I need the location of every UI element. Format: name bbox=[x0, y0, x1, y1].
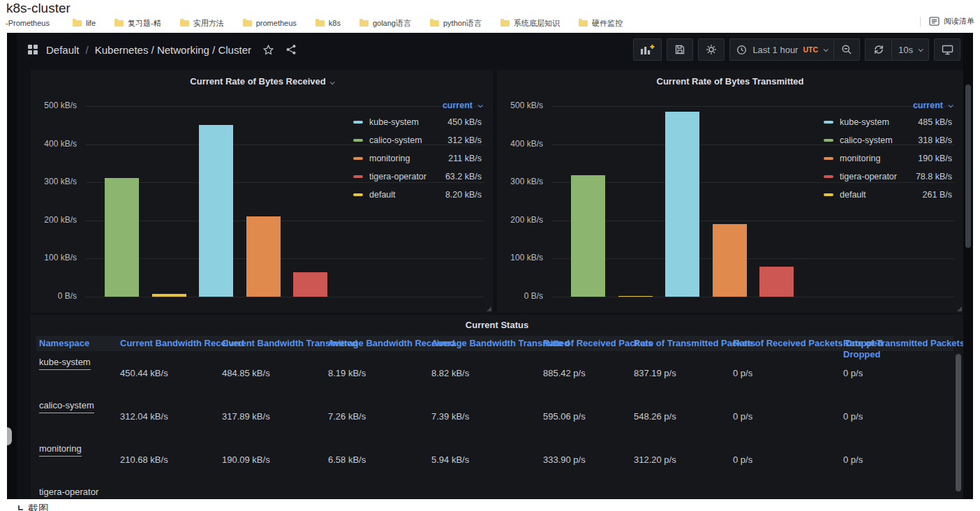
legend-sort-current[interactable]: current bbox=[824, 98, 952, 113]
y-axis-tick-label: 300 kB/s bbox=[497, 177, 543, 186]
namespace-link[interactable]: tigera-operator bbox=[39, 487, 98, 498]
bookmark-label: k8s bbox=[329, 19, 341, 27]
bookmark-label: life bbox=[86, 19, 96, 27]
folder-icon bbox=[579, 20, 588, 27]
panel-resize-handle[interactable] bbox=[957, 306, 962, 311]
apps-grid-icon[interactable] bbox=[28, 45, 38, 54]
table-cell: 312.20 p/s bbox=[631, 454, 730, 465]
bar-default[interactable] bbox=[152, 294, 186, 297]
zoom-out-time-button[interactable] bbox=[833, 38, 860, 61]
folder-icon bbox=[243, 20, 252, 27]
legend-series-name[interactable]: kube-system bbox=[840, 117, 889, 127]
bookmark-item[interactable]: -Prometheus bbox=[6, 19, 50, 27]
legend: currentkube-system450 kB/scalico-system3… bbox=[353, 98, 482, 204]
bookmark-item[interactable]: 系统底层知识 bbox=[500, 18, 560, 29]
legend-series-name[interactable]: calico-system bbox=[840, 135, 893, 145]
drawer-handle[interactable] bbox=[7, 427, 12, 445]
bar-tigera-operator[interactable] bbox=[293, 272, 327, 297]
table-title: Current Status bbox=[31, 320, 963, 330]
add-panel-button[interactable] bbox=[633, 38, 662, 61]
bar-calico-system[interactable] bbox=[105, 178, 139, 297]
table-scrollbar[interactable] bbox=[956, 354, 961, 491]
table-cell: 5.94 kB/s bbox=[429, 454, 540, 465]
bar-monitoring[interactable] bbox=[713, 224, 747, 297]
bookmark-item[interactable]: python语言 bbox=[430, 18, 482, 29]
bookmark-item[interactable]: prometheus bbox=[243, 19, 297, 27]
table-cell: 7.39 kB/s bbox=[429, 411, 540, 422]
y-axis-tick-label: 200 kB/s bbox=[31, 215, 77, 225]
time-range-picker[interactable]: Last 1 hour UTC bbox=[729, 38, 833, 61]
legend-item: monitoring211 kB/s bbox=[353, 149, 482, 168]
reading-list-icon bbox=[929, 17, 940, 26]
legend-series-name[interactable]: default bbox=[840, 190, 866, 200]
legend-item: calico-system318 kB/s bbox=[824, 131, 952, 149]
legend-current-value: 485 kB/s bbox=[918, 117, 952, 127]
bar-monitoring[interactable] bbox=[246, 216, 281, 297]
bookmark-label: 复习题-精 bbox=[128, 18, 161, 29]
dashboard-scrollbar-thumb[interactable] bbox=[965, 84, 971, 248]
reading-list-button[interactable]: 阅读清单 bbox=[920, 16, 974, 27]
bookmark-item[interactable]: golang语言 bbox=[359, 18, 411, 29]
legend-series-name[interactable]: monitoring bbox=[840, 154, 880, 163]
table-cell: 8.82 kB/s bbox=[429, 368, 540, 378]
bar-default[interactable] bbox=[618, 296, 653, 297]
time-picker-group: Last 1 hour UTC bbox=[729, 38, 860, 61]
table-cell: 312.04 kB/s bbox=[117, 411, 219, 422]
legend-current-value: 78.8 kB/s bbox=[916, 172, 952, 182]
namespace-link[interactable]: calico-system bbox=[39, 400, 94, 413]
bar-kube-system[interactable] bbox=[199, 125, 233, 297]
panel-title[interactable]: Current Rate of Bytes Transmitted bbox=[497, 76, 963, 87]
bookmark-item[interactable]: life bbox=[73, 19, 96, 27]
bar-tigera-operator[interactable] bbox=[759, 267, 794, 297]
legend-series-name[interactable]: monitoring bbox=[369, 154, 410, 163]
table-row: calico-system312.04 kB/s317.89 kB/s7.26 … bbox=[36, 394, 953, 438]
refresh-button[interactable] bbox=[865, 38, 891, 61]
namespace-link[interactable]: kube-system bbox=[39, 357, 91, 370]
bookmark-item[interactable]: 实用方法 bbox=[180, 18, 224, 29]
panel-resize-handle[interactable] bbox=[487, 306, 491, 311]
legend-current-value: 450 kB/s bbox=[447, 117, 482, 127]
y-axis-tick-label: 0 B/s bbox=[497, 291, 543, 301]
y-axis-tick-label: 500 kB/s bbox=[31, 101, 77, 110]
legend-item: kube-system450 kB/s bbox=[353, 113, 482, 131]
bar-kube-system[interactable] bbox=[665, 112, 699, 297]
legend-header-label: current bbox=[913, 101, 943, 110]
share-icon[interactable] bbox=[285, 44, 297, 55]
table-body: kube-system450.44 kB/s484.85 kB/s8.19 kB… bbox=[36, 351, 953, 498]
grafana-dashboard: Default / Kubernetes / Networking / Clus… bbox=[7, 33, 973, 499]
bookmark-item[interactable]: 复习题-精 bbox=[114, 18, 161, 29]
breadcrumb-separator: / bbox=[86, 44, 89, 56]
legend-current-value: 190 kB/s bbox=[918, 154, 952, 163]
table-cell: 885.42 p/s bbox=[540, 368, 631, 378]
refresh-interval-picker[interactable]: 10s bbox=[891, 38, 929, 61]
legend-current-value: 8.20 kB/s bbox=[445, 190, 482, 200]
y-axis-tick-label: 200 kB/s bbox=[497, 215, 543, 225]
dashboard-settings-button[interactable] bbox=[698, 38, 725, 61]
breadcrumb-dashboard-title[interactable]: Kubernetes / Networking / Cluster bbox=[95, 44, 251, 56]
panel-title[interactable]: Current Rate of Bytes Received bbox=[31, 76, 493, 87]
legend-swatch bbox=[824, 193, 833, 196]
namespace-link[interactable]: monitoring bbox=[39, 443, 82, 457]
bookmark-item[interactable]: k8s bbox=[315, 19, 341, 27]
table-cell: 0 p/s bbox=[840, 454, 953, 465]
save-dashboard-button[interactable] bbox=[667, 38, 693, 61]
panel-current-status: Current Status NamespaceCurrent Bandwidt… bbox=[31, 315, 963, 498]
legend-swatch bbox=[353, 121, 363, 124]
footer-strip: 截图 bbox=[0, 499, 980, 511]
breadcrumb-folder[interactable]: Default bbox=[46, 44, 80, 56]
legend-series-name[interactable]: tigera-operator bbox=[840, 172, 897, 182]
table-cell: 450.44 kB/s bbox=[117, 368, 219, 378]
legend-sort-current[interactable]: current bbox=[353, 98, 482, 113]
bar-calico-system[interactable] bbox=[571, 175, 605, 297]
legend-series-name[interactable]: calico-system bbox=[369, 135, 422, 145]
favorite-star-icon[interactable] bbox=[262, 44, 274, 56]
legend-current-value: 318 kB/s bbox=[918, 135, 952, 145]
bookmark-item[interactable]: 硬件监控 bbox=[579, 18, 623, 29]
legend-series-name[interactable]: kube-system bbox=[369, 117, 419, 127]
legend-series-name[interactable]: tigera-operator bbox=[369, 172, 426, 182]
folder-icon bbox=[73, 20, 82, 27]
legend-current-value: 211 kB/s bbox=[448, 154, 482, 163]
legend-series-name[interactable]: default bbox=[369, 190, 396, 200]
y-axis-tick-label: 400 kB/s bbox=[497, 139, 543, 149]
kiosk-mode-button[interactable] bbox=[934, 38, 960, 61]
